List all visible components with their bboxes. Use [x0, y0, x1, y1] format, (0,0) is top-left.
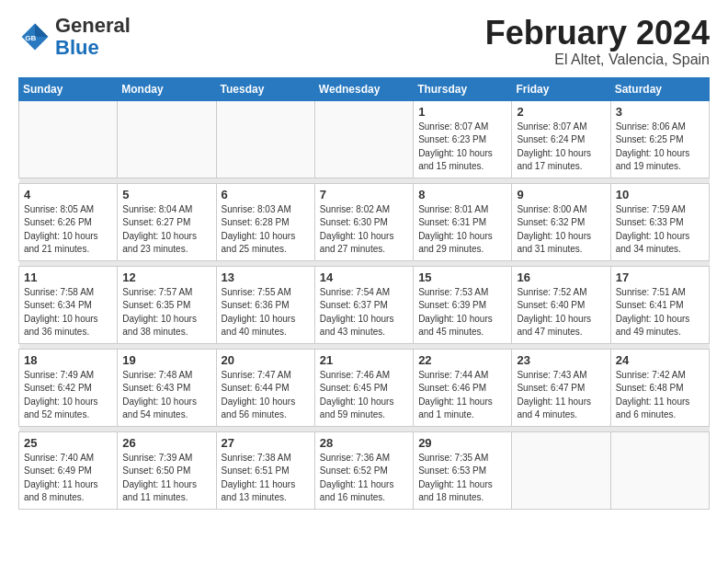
- page-container: GB General Blue February 2024 El Altet, …: [0, 0, 728, 519]
- calendar-day-cell: 7Sunrise: 8:02 AMSunset: 6:30 PMDaylight…: [314, 183, 413, 260]
- calendar-day-cell: 21Sunrise: 7:46 AMSunset: 6:45 PMDayligh…: [314, 349, 413, 426]
- day-info: Sunrise: 7:57 AMSunset: 6:35 PMDaylight:…: [122, 286, 210, 339]
- day-info: Sunrise: 8:02 AMSunset: 6:30 PMDaylight:…: [320, 203, 408, 257]
- day-info: Sunrise: 7:55 AMSunset: 6:36 PMDaylight:…: [222, 286, 310, 339]
- svg-marker-1: [35, 24, 48, 37]
- day-number: 23: [517, 353, 605, 367]
- title-block: February 2024 El Altet, Valencia, Spain: [485, 15, 710, 68]
- day-info: Sunrise: 7:35 AMSunset: 6:53 PMDaylight:…: [418, 452, 506, 505]
- day-number: 26: [122, 436, 210, 450]
- calendar-day-cell: 15Sunrise: 7:53 AMSunset: 6:39 PMDayligh…: [414, 266, 512, 343]
- calendar-week-row: 1Sunrise: 8:07 AMSunset: 6:23 PMDaylight…: [19, 100, 710, 178]
- calendar-day-cell: 22Sunrise: 7:44 AMSunset: 6:46 PMDayligh…: [414, 349, 512, 426]
- day-number: 10: [616, 188, 704, 201]
- calendar-day-cell: 8Sunrise: 8:01 AMSunset: 6:31 PMDaylight…: [414, 183, 512, 260]
- day-number: 19: [122, 353, 210, 367]
- svg-text:GB: GB: [25, 34, 36, 42]
- calendar-day-cell: [216, 100, 314, 178]
- calendar-day-cell: 1Sunrise: 8:07 AMSunset: 6:23 PMDaylight…: [414, 100, 512, 178]
- calendar-day-cell: [314, 100, 413, 178]
- day-info: Sunrise: 7:42 AMSunset: 6:48 PMDaylight:…: [616, 369, 704, 422]
- day-number: 29: [418, 436, 506, 450]
- weekday-header: Tuesday: [216, 77, 314, 100]
- weekday-header: Sunday: [19, 77, 118, 100]
- calendar-day-cell: 11Sunrise: 7:58 AMSunset: 6:34 PMDayligh…: [19, 266, 118, 343]
- calendar-day-cell: 6Sunrise: 8:03 AMSunset: 6:28 PMDaylight…: [216, 183, 314, 260]
- day-info: Sunrise: 8:07 AMSunset: 6:23 PMDaylight:…: [418, 121, 506, 174]
- calendar-day-cell: 2Sunrise: 8:07 AMSunset: 6:24 PMDaylight…: [512, 100, 610, 178]
- calendar-title: February 2024: [485, 15, 710, 52]
- calendar-day-cell: [19, 100, 118, 178]
- day-info: Sunrise: 7:52 AMSunset: 6:40 PMDaylight:…: [517, 286, 605, 339]
- day-info: Sunrise: 8:03 AMSunset: 6:28 PMDaylight:…: [222, 203, 310, 257]
- day-number: 20: [222, 353, 310, 367]
- day-info: Sunrise: 7:58 AMSunset: 6:34 PMDaylight:…: [24, 286, 112, 339]
- day-number: 25: [24, 436, 112, 450]
- calendar-day-cell: 3Sunrise: 8:06 AMSunset: 6:25 PMDaylight…: [610, 100, 709, 178]
- day-info: Sunrise: 7:36 AMSunset: 6:52 PMDaylight:…: [320, 452, 408, 505]
- day-info: Sunrise: 8:06 AMSunset: 6:25 PMDaylight:…: [616, 121, 704, 174]
- day-number: 12: [122, 270, 210, 284]
- day-info: Sunrise: 8:07 AMSunset: 6:24 PMDaylight:…: [517, 121, 605, 174]
- calendar-day-cell: 25Sunrise: 7:40 AMSunset: 6:49 PMDayligh…: [19, 431, 118, 509]
- day-info: Sunrise: 7:47 AMSunset: 6:44 PMDaylight:…: [222, 369, 310, 422]
- calendar-day-cell: [610, 431, 709, 509]
- calendar-day-cell: 20Sunrise: 7:47 AMSunset: 6:44 PMDayligh…: [216, 349, 314, 426]
- day-number: 22: [418, 353, 506, 367]
- calendar-week-row: 4Sunrise: 8:05 AMSunset: 6:26 PMDaylight…: [19, 183, 710, 260]
- day-info: Sunrise: 8:01 AMSunset: 6:31 PMDaylight:…: [418, 203, 506, 257]
- day-info: Sunrise: 8:00 AMSunset: 6:32 PMDaylight:…: [517, 203, 605, 257]
- calendar-day-cell: 28Sunrise: 7:36 AMSunset: 6:52 PMDayligh…: [314, 431, 413, 509]
- calendar-day-cell: 29Sunrise: 7:35 AMSunset: 6:53 PMDayligh…: [414, 431, 512, 509]
- calendar-day-cell: 27Sunrise: 7:38 AMSunset: 6:51 PMDayligh…: [216, 431, 314, 509]
- calendar-day-cell: 16Sunrise: 7:52 AMSunset: 6:40 PMDayligh…: [512, 266, 610, 343]
- day-number: 24: [616, 353, 704, 367]
- day-number: 27: [222, 436, 310, 450]
- logo-text: General Blue: [55, 15, 131, 59]
- day-number: 17: [616, 270, 704, 284]
- calendar-day-cell: 10Sunrise: 7:59 AMSunset: 6:33 PMDayligh…: [610, 183, 709, 260]
- day-number: 1: [418, 105, 506, 119]
- calendar-day-cell: 17Sunrise: 7:51 AMSunset: 6:41 PMDayligh…: [610, 266, 709, 343]
- day-number: 7: [320, 188, 408, 201]
- page-header: GB General Blue February 2024 El Altet, …: [18, 15, 710, 68]
- day-number: 11: [24, 270, 112, 284]
- calendar-day-cell: 26Sunrise: 7:39 AMSunset: 6:50 PMDayligh…: [118, 431, 216, 509]
- day-info: Sunrise: 7:40 AMSunset: 6:49 PMDaylight:…: [24, 452, 112, 505]
- calendar-week-row: 18Sunrise: 7:49 AMSunset: 6:42 PMDayligh…: [19, 349, 710, 426]
- weekday-header: Friday: [512, 77, 610, 100]
- weekday-header-row: SundayMondayTuesdayWednesdayThursdayFrid…: [19, 77, 710, 100]
- day-info: Sunrise: 7:48 AMSunset: 6:43 PMDaylight:…: [122, 369, 210, 422]
- day-info: Sunrise: 8:05 AMSunset: 6:26 PMDaylight:…: [24, 203, 112, 257]
- calendar-day-cell: [512, 431, 610, 509]
- calendar-day-cell: 4Sunrise: 8:05 AMSunset: 6:26 PMDaylight…: [19, 183, 118, 260]
- day-number: 14: [320, 270, 408, 284]
- day-info: Sunrise: 7:59 AMSunset: 6:33 PMDaylight:…: [616, 203, 704, 257]
- day-info: Sunrise: 7:53 AMSunset: 6:39 PMDaylight:…: [418, 286, 506, 339]
- weekday-header: Thursday: [414, 77, 512, 100]
- day-number: 21: [320, 353, 408, 367]
- day-info: Sunrise: 7:46 AMSunset: 6:45 PMDaylight:…: [320, 369, 408, 422]
- calendar-day-cell: [118, 100, 216, 178]
- weekday-header: Wednesday: [314, 77, 413, 100]
- day-number: 15: [418, 270, 506, 284]
- day-number: 3: [616, 105, 704, 119]
- calendar-day-cell: 24Sunrise: 7:42 AMSunset: 6:48 PMDayligh…: [610, 349, 709, 426]
- calendar-subtitle: El Altet, Valencia, Spain: [485, 52, 710, 68]
- weekday-header: Saturday: [610, 77, 709, 100]
- day-number: 4: [24, 188, 112, 201]
- day-info: Sunrise: 7:49 AMSunset: 6:42 PMDaylight:…: [24, 369, 112, 422]
- day-info: Sunrise: 7:39 AMSunset: 6:50 PMDaylight:…: [122, 452, 210, 505]
- calendar-day-cell: 12Sunrise: 7:57 AMSunset: 6:35 PMDayligh…: [118, 266, 216, 343]
- calendar-week-row: 25Sunrise: 7:40 AMSunset: 6:49 PMDayligh…: [19, 431, 710, 509]
- day-number: 8: [418, 188, 506, 201]
- day-info: Sunrise: 7:43 AMSunset: 6:47 PMDaylight:…: [517, 369, 605, 422]
- logo-icon: GB: [18, 20, 51, 53]
- day-number: 16: [517, 270, 605, 284]
- day-number: 9: [517, 188, 605, 201]
- calendar-day-cell: 18Sunrise: 7:49 AMSunset: 6:42 PMDayligh…: [19, 349, 118, 426]
- day-number: 18: [24, 353, 112, 367]
- day-info: Sunrise: 7:54 AMSunset: 6:37 PMDaylight:…: [320, 286, 408, 339]
- calendar-day-cell: 13Sunrise: 7:55 AMSunset: 6:36 PMDayligh…: [216, 266, 314, 343]
- calendar-day-cell: 19Sunrise: 7:48 AMSunset: 6:43 PMDayligh…: [118, 349, 216, 426]
